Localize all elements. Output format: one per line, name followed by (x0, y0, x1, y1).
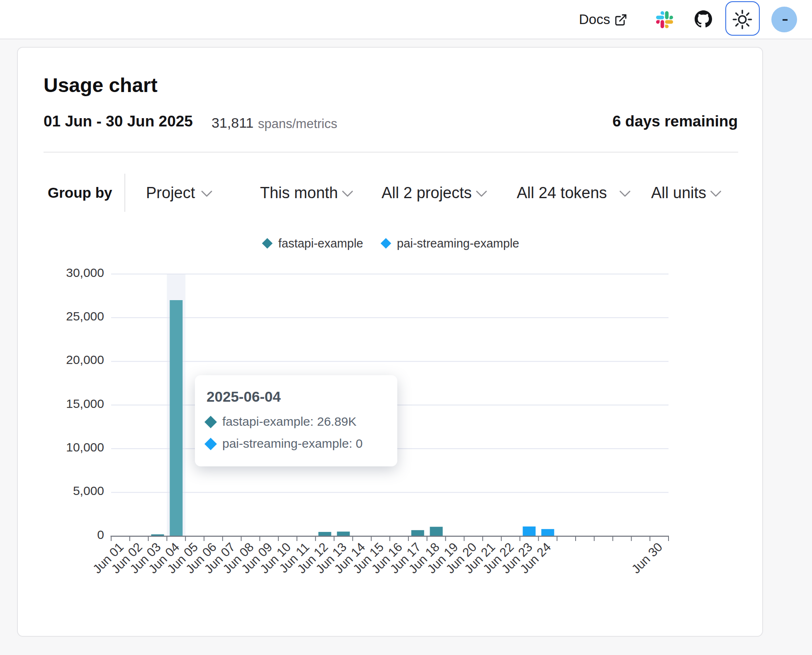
svg-text:Jun 30: Jun 30 (629, 540, 665, 576)
svg-text:5,000: 5,000 (73, 484, 104, 497)
svg-text:10,000: 10,000 (66, 440, 104, 454)
svg-text:25,000: 25,000 (66, 309, 104, 323)
svg-text:30,000: 30,000 (66, 266, 104, 279)
svg-text:15,000: 15,000 (66, 397, 104, 410)
svg-text:0: 0 (97, 528, 104, 541)
svg-text:20,000: 20,000 (66, 353, 104, 366)
